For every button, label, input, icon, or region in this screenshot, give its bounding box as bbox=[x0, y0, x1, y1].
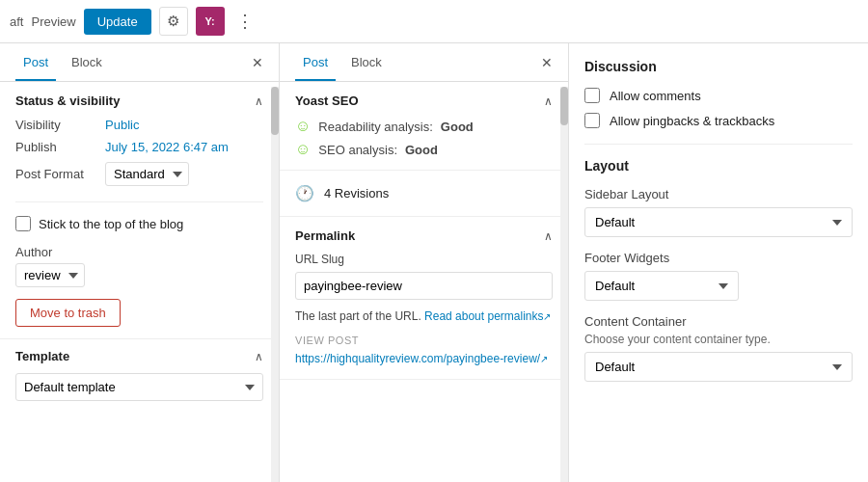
url-note: The last part of the URL. Read about per… bbox=[295, 308, 553, 325]
seo-value: Good bbox=[405, 143, 438, 157]
discussion-title: Discussion bbox=[584, 59, 853, 74]
revisions-row[interactable]: 🕐 4 Revisions bbox=[280, 171, 568, 217]
allow-comments-checkbox[interactable] bbox=[584, 88, 600, 103]
sidebar-layout-label: Sidebar Layout bbox=[584, 187, 853, 201]
content-container-field: Content Container Choose your content co… bbox=[584, 314, 853, 382]
middle-panel-tabs: Post Block ✕ bbox=[280, 43, 568, 82]
permalink-section: Permalink ∧ URL Slug The last part of th… bbox=[280, 217, 568, 380]
middle-panel: Post Block ✕ Yoast SEO ∧ ☺ Readability a… bbox=[280, 43, 569, 482]
read-about-permalinks-link[interactable]: Read about permalinks↗ bbox=[424, 309, 551, 323]
right-panel: Discussion Allow comments Allow pingback… bbox=[569, 43, 868, 482]
visibility-label: Visibility bbox=[15, 118, 97, 132]
clock-icon: 🕐 bbox=[295, 184, 314, 202]
permalink-label: Permalink bbox=[295, 228, 355, 243]
layout-section: Layout Sidebar Layout Default Footer Wid… bbox=[584, 158, 853, 382]
preview-button[interactable]: Preview bbox=[31, 14, 75, 29]
tab-block-mid[interactable]: Block bbox=[343, 43, 390, 81]
author-label: Author bbox=[0, 241, 279, 263]
footer-widgets-field: Footer Widgets Default bbox=[584, 251, 853, 301]
seo-icon: ☺ bbox=[295, 141, 311, 158]
footer-widgets-label: Footer Widgets bbox=[584, 251, 853, 265]
allow-pingbacks-label: Allow pingbacks & trackbacks bbox=[610, 114, 774, 128]
move-to-trash-button[interactable]: Move to trash bbox=[15, 299, 121, 327]
publish-value[interactable]: July 15, 2022 6:47 am bbox=[105, 140, 229, 154]
gear-icon-button[interactable]: ⚙ bbox=[159, 7, 188, 36]
template-section-header[interactable]: Template ∧ bbox=[0, 338, 279, 373]
allow-comments-row[interactable]: Allow comments bbox=[584, 88, 853, 103]
allow-pingbacks-row[interactable]: Allow pingbacks & trackbacks bbox=[584, 113, 853, 128]
readability-label: Readability analysis: bbox=[318, 120, 433, 134]
template-select[interactable]: Default template bbox=[15, 373, 263, 401]
content-container-note: Choose your content container type. bbox=[584, 333, 853, 346]
layout-title: Layout bbox=[584, 158, 853, 174]
left-panel-scroll: Status & visibility ∧ Visibility Public … bbox=[0, 82, 279, 482]
author-select[interactable]: review bbox=[15, 263, 85, 287]
yoast-icon: Y: bbox=[205, 15, 215, 27]
permalink-chevron-up: ∧ bbox=[544, 229, 553, 243]
permalink-content: URL Slug The last part of the URL. Read … bbox=[280, 253, 568, 379]
left-panel-close[interactable]: ✕ bbox=[252, 55, 263, 70]
readability-icon: ☺ bbox=[295, 118, 311, 135]
middle-panel-close[interactable]: ✕ bbox=[541, 55, 553, 70]
left-panel-tabs: Post Block ✕ bbox=[0, 43, 279, 82]
stick-to-top-checkbox[interactable] bbox=[15, 216, 31, 231]
yoast-header[interactable]: Yoast SEO ∧ bbox=[295, 94, 553, 108]
stick-to-top-row[interactable]: Stick to the top of the blog bbox=[0, 206, 279, 241]
tab-post-mid[interactable]: Post bbox=[295, 43, 336, 81]
tab-post-left[interactable]: Post bbox=[15, 43, 56, 81]
template-label: Template bbox=[15, 349, 69, 363]
revisions-count: 4 Revisions bbox=[324, 186, 389, 201]
more-options-button[interactable]: ⋮ bbox=[232, 7, 258, 36]
publish-label: Publish bbox=[15, 140, 97, 154]
gear-icon: ⚙ bbox=[167, 13, 179, 30]
left-panel: Post Block ✕ Status & visibility ∧ Visib… bbox=[0, 43, 280, 482]
status-section-header[interactable]: Status & visibility ∧ bbox=[0, 82, 279, 118]
middle-panel-scroll: Yoast SEO ∧ ☺ Readability analysis: Good… bbox=[280, 82, 568, 482]
sidebar-layout-select[interactable]: Default bbox=[584, 207, 853, 237]
readability-row: ☺ Readability analysis: Good bbox=[295, 118, 553, 135]
allow-pingbacks-checkbox[interactable] bbox=[584, 113, 600, 128]
yoast-section: Yoast SEO ∧ ☺ Readability analysis: Good… bbox=[280, 82, 568, 171]
status-section-content: Visibility Public Publish July 15, 2022 … bbox=[0, 118, 279, 201]
status-section-label: Status & visibility bbox=[15, 94, 120, 108]
content-container-label: Content Container bbox=[584, 314, 853, 329]
sidebar-layout-field: Sidebar Layout Default bbox=[584, 187, 853, 237]
yoast-label: Yoast SEO bbox=[295, 94, 359, 108]
url-slug-input[interactable] bbox=[295, 272, 553, 300]
seo-label: SEO analysis: bbox=[318, 143, 397, 157]
draft-label: aft bbox=[10, 14, 23, 29]
stick-to-top-label: Stick to the top of the blog bbox=[39, 217, 183, 231]
yoast-button[interactable]: Y: bbox=[196, 7, 225, 36]
readability-value: Good bbox=[441, 120, 474, 134]
view-post-label: VIEW POST bbox=[295, 335, 553, 346]
post-format-select[interactable]: Standard bbox=[105, 162, 189, 186]
permalink-header[interactable]: Permalink ∧ bbox=[280, 217, 568, 253]
url-slug-label: URL Slug bbox=[295, 253, 553, 266]
visibility-value[interactable]: Public bbox=[105, 118, 139, 132]
template-chevron-up: ∧ bbox=[255, 350, 263, 363]
status-chevron-up: ∧ bbox=[255, 94, 263, 108]
view-post-link[interactable]: https://highqualityreview.com/payingbee-… bbox=[295, 350, 553, 367]
discussion-section: Discussion Allow comments Allow pingback… bbox=[584, 59, 853, 128]
update-button[interactable]: Update bbox=[84, 9, 151, 35]
content-container-select[interactable]: Default bbox=[584, 352, 853, 382]
allow-comments-label: Allow comments bbox=[610, 89, 701, 103]
tab-block-left[interactable]: Block bbox=[64, 43, 110, 81]
post-format-label: Post Format bbox=[15, 167, 97, 181]
seo-row: ☺ SEO analysis: Good bbox=[295, 141, 553, 158]
footer-widgets-select[interactable]: Default bbox=[584, 271, 739, 301]
yoast-chevron-up: ∧ bbox=[544, 94, 553, 108]
